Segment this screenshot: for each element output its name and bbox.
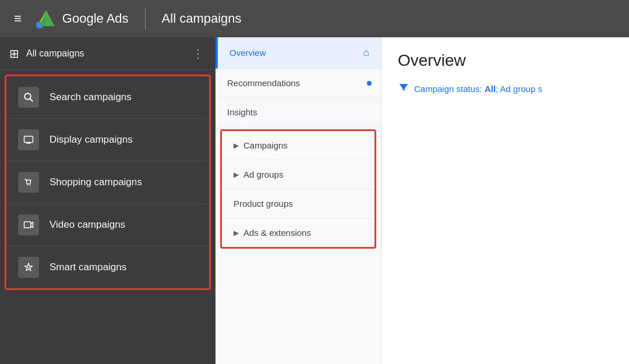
search-campaigns-icon xyxy=(18,87,39,108)
sidebar-item-display[interactable]: Display campaigns xyxy=(6,119,209,161)
header-divider xyxy=(145,8,146,29)
ads-extensions-arrow-icon: ▶ xyxy=(234,229,239,237)
sidebar-grid-icon: ⊞ xyxy=(9,47,19,61)
nav-item-ads-extensions[interactable]: ▶ Ads & extensions xyxy=(222,218,374,247)
main-layout: ⊞ All campaigns ⋮ Search campaigns xyxy=(0,37,629,364)
sidebar-item-smart-label: Smart campaigns xyxy=(50,261,126,273)
nav-item-product-groups-label: Product groups xyxy=(234,199,293,208)
sidebar-item-smart[interactable]: Smart campaigns xyxy=(6,246,209,288)
header-page-title: All campaigns xyxy=(162,11,242,26)
filter-label: Campaign status: xyxy=(414,84,485,94)
nav-panel-boxed-items: ▶ Campaigns ▶ Ad groups Product groups ▶… xyxy=(220,129,376,249)
nav-item-campaigns[interactable]: ▶ Campaigns xyxy=(222,131,374,160)
nav-item-product-groups[interactable]: Product groups xyxy=(222,189,374,218)
sidebar-item-shopping[interactable]: Shopping campaigns xyxy=(6,161,209,204)
nav-item-ad-groups-label: Ad groups xyxy=(243,169,283,179)
sidebar-item-shopping-label: Shopping campaigns xyxy=(50,176,142,188)
svg-point-10 xyxy=(30,185,31,186)
filter-suffix: ; Ad group s xyxy=(496,84,542,94)
svg-rect-11 xyxy=(24,222,31,228)
video-campaigns-icon xyxy=(18,214,39,235)
filter-text: Campaign status: All; Ad group s xyxy=(414,84,542,94)
nav-item-ad-groups[interactable]: ▶ Ad groups xyxy=(222,160,374,189)
smart-campaigns-icon xyxy=(18,257,39,278)
sidebar-more-button[interactable]: ⋮ xyxy=(190,44,206,63)
recommendations-dot-badge xyxy=(367,81,372,86)
hamburger-menu-button[interactable]: ≡ xyxy=(9,6,26,31)
svg-point-9 xyxy=(27,185,29,186)
nav-item-overview-label: Overview xyxy=(229,48,266,58)
nav-panel: Overview ⌂ Recommendations Insights ▶ Ca… xyxy=(215,37,381,364)
nav-item-ads-extensions-label: Ads & extensions xyxy=(243,228,311,238)
filter-icon xyxy=(398,82,409,96)
nav-item-campaigns-label: Campaigns xyxy=(243,140,288,150)
filter-bold-value: All xyxy=(485,84,496,94)
filter-bar[interactable]: Campaign status: All; Ad group s xyxy=(398,82,613,96)
app-logo: Google Ads xyxy=(36,8,129,29)
ad-groups-arrow-icon: ▶ xyxy=(234,171,239,179)
sidebar-header: ⊞ All campaigns ⋮ xyxy=(0,37,215,70)
sidebar-campaign-list: Search campaigns Display campaigns xyxy=(5,75,211,290)
campaigns-arrow-icon: ▶ xyxy=(234,142,239,150)
main-content: Overview Campaign status: All; Ad group … xyxy=(381,37,629,364)
home-icon: ⌂ xyxy=(363,47,369,59)
sidebar-header-label: All campaigns xyxy=(26,48,190,59)
app-name-label: Google Ads xyxy=(62,11,129,26)
left-sidebar: ⊞ All campaigns ⋮ Search campaigns xyxy=(0,37,215,364)
google-ads-logo-icon xyxy=(36,8,56,29)
page-title: Overview xyxy=(398,51,613,70)
sidebar-item-search[interactable]: Search campaigns xyxy=(6,76,209,119)
app-header: ≡ Google Ads All campaigns xyxy=(0,0,629,37)
nav-item-overview[interactable]: Overview ⌂ xyxy=(215,37,381,69)
nav-item-insights-label: Insights xyxy=(227,107,257,117)
nav-item-recommendations-label: Recommendations xyxy=(227,78,300,88)
svg-marker-1 xyxy=(46,10,54,26)
sidebar-item-search-label: Search campaigns xyxy=(50,91,132,103)
sidebar-item-video[interactable]: Video campaigns xyxy=(6,204,209,246)
svg-rect-6 xyxy=(24,136,33,143)
nav-item-insights[interactable]: Insights xyxy=(215,98,381,127)
nav-item-recommendations[interactable]: Recommendations xyxy=(215,69,381,98)
sidebar-item-video-label: Video campaigns xyxy=(50,219,125,231)
display-campaigns-icon xyxy=(18,129,39,150)
sidebar-item-display-label: Display campaigns xyxy=(50,134,133,146)
svg-line-5 xyxy=(30,98,33,101)
shopping-campaigns-icon xyxy=(18,172,39,193)
